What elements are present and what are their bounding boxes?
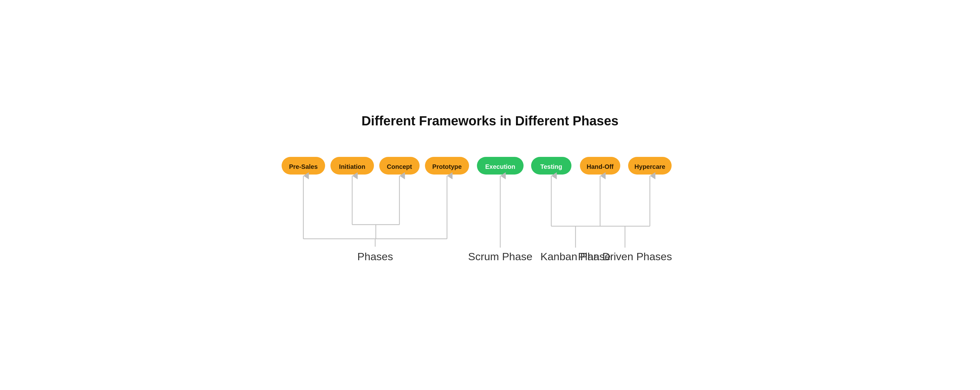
diagram-container: Different Frameworks in Different Phases… (270, 113, 711, 277)
svg-text:Hand-Off: Hand-Off (587, 163, 614, 170)
label-scrum: Scrum Phase (468, 250, 532, 263)
svg-text:Concept: Concept (387, 163, 412, 170)
label-phases: Phases (357, 250, 393, 263)
main-diagram: Pre-Sales Initiation Concept Prototype E… (273, 151, 708, 277)
svg-text:Initiation: Initiation (339, 163, 365, 170)
svg-text:Pre-Sales: Pre-Sales (289, 163, 318, 170)
svg-text:Testing: Testing (540, 163, 562, 170)
svg-text:Execution: Execution (485, 163, 515, 170)
page-title: Different Frameworks in Different Phases (270, 113, 711, 129)
svg-text:Hypercare: Hypercare (635, 163, 665, 170)
label-plandriven: Plan Driven Phases (578, 250, 672, 263)
svg-text:Prototype: Prototype (432, 163, 461, 170)
